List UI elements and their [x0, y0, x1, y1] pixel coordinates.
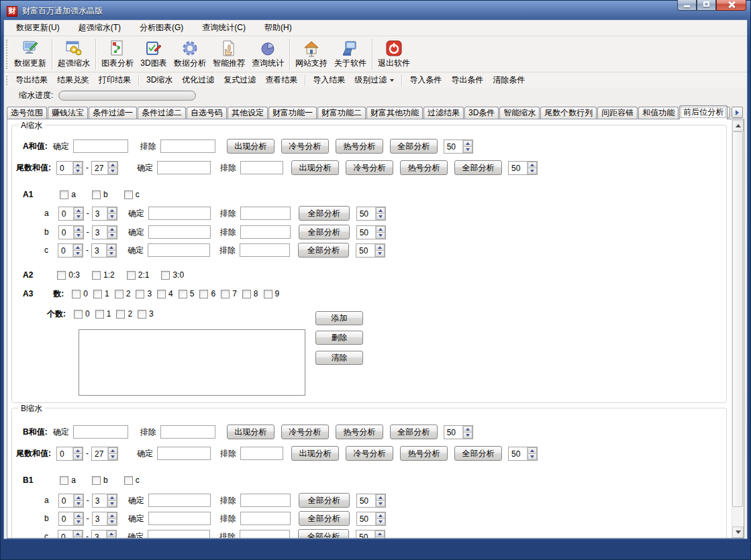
tab-wealth-function-1[interactable]: 财富功能一	[268, 107, 317, 119]
checkbox-icon[interactable]	[93, 290, 102, 298]
toolbar-chart-analysis[interactable]: 图表分析	[98, 38, 137, 70]
b-tail-all-analysis-button[interactable]: 全部分析	[454, 446, 502, 461]
toolbar-website-support[interactable]: 网站支持	[292, 38, 331, 70]
scroll-up-icon[interactable]	[732, 120, 744, 131]
a2-checkbox-3-0[interactable]: 3:0	[161, 270, 184, 280]
b-tail-confirm-input[interactable]	[157, 447, 211, 460]
a3-count-0[interactable]: 0	[74, 309, 90, 319]
a-tail-to-spinner[interactable]: 27	[91, 161, 118, 175]
a3-digit-5[interactable]: 5	[179, 289, 195, 298]
b1-a-exclude-input[interactable]	[240, 494, 291, 507]
tab-smart-shrink[interactable]: 智能缩水	[499, 107, 540, 119]
action-clear-conditions[interactable]: 清除条件	[489, 73, 528, 87]
checkbox-icon[interactable]	[264, 290, 272, 298]
a-tail-all-analysis-button[interactable]: 全部分析	[454, 160, 502, 175]
b-tail-from-spinner[interactable]: 0	[56, 447, 83, 461]
checkbox-icon[interactable]	[138, 310, 146, 319]
tab-gap-tolerance[interactable]: 间距容错	[597, 107, 638, 119]
a3-digit-6[interactable]: 6	[199, 289, 215, 298]
spin-down-icon[interactable]	[74, 214, 83, 220]
tab-number-range[interactable]: 选号范围	[7, 107, 47, 119]
action-redeem-results[interactable]: 结果兑奖	[54, 73, 93, 87]
a-tail-exclude-input[interactable]	[240, 161, 283, 174]
b-sum-exclude-input[interactable]	[160, 425, 215, 439]
toolbar-data-update[interactable]: 数据更新	[11, 38, 50, 70]
spin-up-icon[interactable]	[528, 162, 537, 168]
a3-digit-9[interactable]: 9	[264, 289, 280, 298]
a-sum-exclude-input[interactable]	[160, 139, 215, 153]
a2-checkbox-0-3[interactable]: 0:3	[57, 270, 80, 280]
a1-b-confirm-input[interactable]	[148, 225, 211, 239]
tab-3d-conditions[interactable]: 3D条件	[464, 107, 499, 119]
close-button[interactable]	[716, 0, 746, 11]
a1-b-to-spinner[interactable]: 3	[92, 225, 117, 239]
a3-digit-1[interactable]: 1	[93, 289, 109, 298]
b-sum-hot-analysis-button[interactable]: 热号分析	[336, 425, 383, 439]
b1-a-to-spinner[interactable]: 3	[92, 494, 117, 508]
checkbox-icon[interactable]	[161, 271, 170, 280]
a-tail-confirm-input[interactable]	[157, 161, 211, 174]
a-tail-from-spinner[interactable]: 0	[56, 161, 83, 175]
spin-up-icon[interactable]	[107, 207, 117, 214]
vertical-scrollbar[interactable]	[732, 120, 743, 538]
spin-up-icon[interactable]	[74, 494, 83, 501]
spin-up-icon[interactable]	[107, 244, 116, 251]
a3-count-2[interactable]: 2	[116, 309, 132, 319]
b-sum-appear-analysis-button[interactable]: 出现分析	[227, 425, 274, 439]
b-tail-hot-analysis-button[interactable]: 热号分析	[400, 446, 448, 461]
a-sum-count-spinner[interactable]: 50	[444, 139, 473, 154]
a-tail-appear-analysis-button[interactable]: 出现分析	[291, 160, 339, 175]
action-print-results[interactable]: 打印结果	[95, 73, 134, 87]
checkbox-icon[interactable]	[127, 271, 136, 280]
a3-digit-7[interactable]: 7	[221, 289, 237, 298]
checkbox-icon[interactable]	[199, 290, 208, 298]
spin-up-icon[interactable]	[107, 530, 116, 537]
spin-down-icon[interactable]	[73, 537, 83, 539]
spin-down-icon[interactable]	[73, 168, 83, 174]
spin-down-icon[interactable]	[376, 214, 385, 220]
action-level-filter-dropdown[interactable]: 级别过滤	[351, 73, 397, 87]
checkbox-icon[interactable]	[179, 290, 187, 298]
spin-down-icon[interactable]	[107, 537, 116, 539]
b-tail-count-spinner[interactable]: 50	[508, 447, 538, 461]
b1-b-from-spinner[interactable]: 0	[58, 512, 84, 526]
a1-checkbox-a[interactable]: a	[60, 190, 76, 199]
a-sum-hot-analysis-button[interactable]: 热号分析	[336, 139, 383, 154]
tab-custom-numbers[interactable]: 自选号码	[187, 107, 227, 119]
spin-down-icon[interactable]	[107, 519, 117, 525]
a3-count-1[interactable]: 1	[95, 309, 111, 319]
toolbar-query-stats[interactable]: 查询统计	[248, 38, 287, 70]
a1-c-all-analysis-button[interactable]: 全部分析	[298, 243, 349, 258]
spin-up-icon[interactable]	[375, 530, 385, 537]
spin-down-icon[interactable]	[376, 519, 385, 525]
a-sum-all-analysis-button[interactable]: 全部分析	[390, 139, 438, 154]
checkbox-icon[interactable]	[116, 310, 125, 319]
spin-up-icon[interactable]	[108, 162, 117, 168]
toolbar-super-shrink[interactable]: 超强缩水	[54, 38, 93, 70]
spin-down-icon[interactable]	[528, 168, 537, 174]
a-sum-cold-analysis-button[interactable]: 冷号分析	[281, 139, 329, 154]
spin-up-icon[interactable]	[73, 162, 83, 168]
tab-scroll-right-icon[interactable]	[732, 107, 743, 118]
spin-up-icon[interactable]	[73, 244, 83, 251]
checkbox-icon[interactable]	[115, 290, 123, 298]
checkbox-icon[interactable]	[124, 476, 133, 485]
spin-down-icon[interactable]	[463, 433, 472, 439]
tab-sum-function[interactable]: 和值功能	[638, 107, 679, 119]
b-tail-to-spinner[interactable]: 27	[91, 447, 118, 461]
checkbox-icon[interactable]	[95, 310, 104, 319]
tab-tail-count-rows[interactable]: 尾数个数行列	[540, 107, 597, 119]
spin-up-icon[interactable]	[463, 426, 472, 433]
b1-c-all-analysis-button[interactable]: 全部分析	[298, 529, 349, 539]
checkbox-icon[interactable]	[157, 290, 166, 298]
menu-analysis-chart[interactable]: 分析图表(G)	[133, 19, 190, 36]
action-import-results[interactable]: 导入结果	[309, 73, 348, 87]
a1-c-count-spinner[interactable]: 50	[356, 243, 385, 258]
spin-up-icon[interactable]	[376, 207, 385, 214]
minimize-button[interactable]	[677, 0, 697, 11]
a-add-button[interactable]: 添加	[315, 311, 363, 325]
a1-a-count-spinner[interactable]: 50	[356, 207, 386, 221]
checkbox-icon[interactable]	[242, 290, 251, 298]
spin-down-icon[interactable]	[375, 251, 385, 257]
spin-up-icon[interactable]	[74, 226, 83, 233]
